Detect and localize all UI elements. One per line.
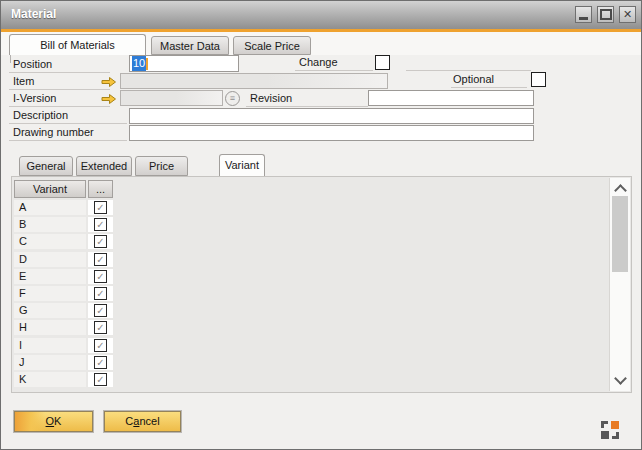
checkbox-cell[interactable]: ✓: [88, 286, 113, 301]
tab-master-data[interactable]: Master Data: [151, 36, 229, 55]
i-version-input[interactable]: [120, 90, 223, 106]
variant-cell[interactable]: E: [14, 269, 86, 284]
resize-corner-bottomleft: [601, 431, 609, 439]
table-row: K✓: [12, 372, 122, 387]
drawing-number-input[interactable]: [129, 125, 534, 141]
position-label: Position: [9, 58, 110, 73]
checkbox-cell[interactable]: ✓: [88, 303, 113, 318]
material-window: Material ✕ Bill of Materials Master Data…: [0, 0, 642, 450]
table-row: F✓: [12, 286, 122, 301]
table-row: E✓: [12, 269, 122, 284]
checkbox-cell[interactable]: ✓: [88, 234, 113, 249]
variant-checkbox[interactable]: ✓: [94, 304, 107, 317]
checkbox-cell[interactable]: ✓: [88, 338, 113, 353]
maximize-button[interactable]: [597, 6, 614, 23]
vertical-scrollbar[interactable]: [609, 178, 630, 391]
item-input[interactable]: [120, 73, 388, 89]
checkbox-cell[interactable]: ✓: [88, 355, 113, 370]
column-header-variant[interactable]: Variant: [14, 180, 86, 198]
variant-cell[interactable]: H: [14, 320, 86, 335]
close-button[interactable]: ✕: [619, 6, 636, 23]
variant-checkbox[interactable]: ✓: [94, 287, 107, 300]
cancel-button[interactable]: Cancel: [104, 411, 181, 432]
tab-bill-of-materials[interactable]: Bill of Materials: [9, 34, 146, 55]
variant-checkbox[interactable]: ✓: [94, 218, 107, 231]
list-icon: ≡: [230, 93, 235, 103]
table-row: D✓: [12, 252, 122, 267]
variant-checkbox[interactable]: ✓: [94, 253, 107, 266]
variant-cell[interactable]: A: [14, 200, 86, 215]
resize-corner-bottomright: [612, 432, 619, 439]
form-resize-icon[interactable]: [601, 421, 619, 439]
resize-corner-topleft: [601, 421, 608, 428]
scroll-down-icon[interactable]: [614, 372, 627, 385]
tab-extended[interactable]: Extended: [76, 156, 132, 176]
variant-checkbox[interactable]: ✓: [94, 201, 107, 214]
change-label: Change: [295, 56, 373, 71]
variant-cell[interactable]: I: [14, 338, 86, 353]
variant-checkbox[interactable]: ✓: [94, 321, 107, 334]
position-input[interactable]: 10: [129, 55, 239, 72]
i-version-label: I-Version: [9, 92, 110, 107]
resize-corner-topright: [611, 421, 619, 429]
description-label: Description: [9, 109, 127, 124]
scroll-up-icon[interactable]: [614, 184, 627, 197]
checkbox-cell[interactable]: ✓: [88, 269, 113, 284]
variant-checkbox[interactable]: ✓: [94, 235, 107, 248]
variant-cell[interactable]: G: [14, 303, 86, 318]
i-version-link-arrow-icon[interactable]: [101, 93, 117, 105]
table-row: B✓: [12, 217, 122, 232]
table-row: A✓: [12, 200, 122, 215]
variant-cell[interactable]: C: [14, 234, 86, 249]
variant-checkbox[interactable]: ✓: [94, 270, 107, 283]
cancel-label-rest: ncel: [139, 415, 159, 427]
minimize-button[interactable]: [575, 6, 592, 23]
ok-label-rest: K: [54, 415, 61, 427]
close-icon: ✕: [623, 9, 632, 20]
ok-mnemonic: O: [46, 415, 55, 427]
table-row: G✓: [12, 303, 122, 318]
window-title: Material: [11, 7, 56, 21]
ok-button[interactable]: OK: [14, 411, 93, 432]
checkbox-cell[interactable]: ✓: [88, 320, 113, 335]
choose-from-list-button[interactable]: ≡: [225, 91, 240, 106]
tab-variant[interactable]: Variant: [219, 154, 265, 176]
table-row: H✓: [12, 320, 122, 335]
checkbox-cell[interactable]: ✓: [88, 372, 113, 387]
item-link-arrow-icon[interactable]: [101, 76, 117, 88]
tab-general[interactable]: General: [19, 156, 73, 176]
variant-table: Variant ... A✓B✓C✓D✓E✓F✓G✓H✓I✓J✓K✓: [11, 176, 632, 393]
variant-cell[interactable]: J: [14, 355, 86, 370]
checkbox-cell[interactable]: ✓: [88, 252, 113, 267]
table-row: C✓: [12, 234, 122, 249]
variant-checkbox[interactable]: ✓: [94, 356, 107, 369]
position-selected-text: 10: [132, 56, 146, 71]
optional-checkbox[interactable]: [531, 72, 546, 87]
variant-cell[interactable]: D: [14, 252, 86, 267]
change-checkbox[interactable]: [375, 55, 390, 70]
text-caret: [146, 58, 148, 70]
minimize-icon: [579, 17, 588, 20]
drawing-number-label: Drawing number: [9, 126, 127, 141]
scrollbar-thumb[interactable]: [612, 196, 628, 272]
checkbox-cell[interactable]: ✓: [88, 200, 113, 215]
variant-cell[interactable]: F: [14, 286, 86, 301]
revision-input[interactable]: [368, 90, 534, 106]
variant-checkbox[interactable]: ✓: [94, 373, 107, 386]
revision-label: Revision: [246, 92, 368, 107]
column-header-dots[interactable]: ...: [88, 180, 113, 198]
item-label: Item: [9, 75, 110, 90]
table-row: I✓: [12, 338, 122, 353]
variant-checkbox[interactable]: ✓: [94, 339, 107, 352]
variant-cell[interactable]: B: [14, 217, 86, 232]
maximize-icon: [600, 9, 612, 20]
optional-group-line: [406, 70, 531, 71]
tab-price[interactable]: Price: [135, 156, 188, 176]
description-input[interactable]: [129, 108, 534, 124]
tab-scale-price[interactable]: Scale Price: [233, 36, 311, 55]
optional-label: Optional: [451, 73, 527, 88]
table-row: J✓: [12, 355, 122, 370]
checkbox-cell[interactable]: ✓: [88, 217, 113, 232]
variant-cell[interactable]: K: [14, 372, 86, 387]
titlebar[interactable]: Material: [1, 1, 641, 30]
